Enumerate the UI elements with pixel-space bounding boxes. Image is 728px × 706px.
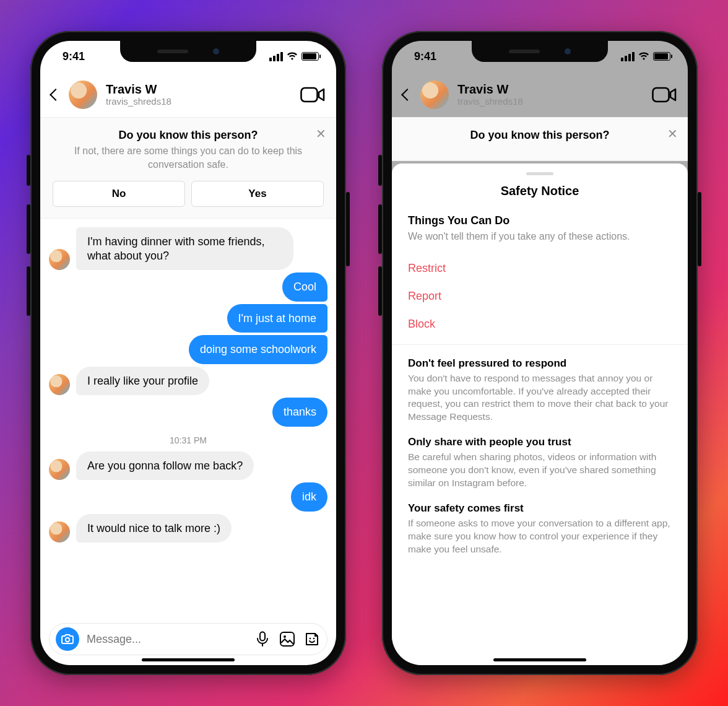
close-icon[interactable]: ✕ (316, 126, 326, 141)
message-row: I'm having dinner with some friends, wha… (49, 227, 327, 270)
status-time: 9:41 (414, 50, 436, 63)
banner-subtitle: If not, there are some things you can do… (53, 144, 324, 171)
wifi-icon (287, 52, 298, 61)
chat-area[interactable]: I'm having dinner with some friends, wha… (40, 219, 336, 549)
name-block[interactable]: Travis W travis_shreds18 (106, 82, 292, 107)
svg-rect-2 (260, 632, 265, 641)
sticker-icon[interactable] (303, 630, 321, 648)
close-icon[interactable]: ✕ (667, 126, 678, 141)
phone-right: 9:41 Travis W travis_shreds18 ✕ Do you k… (382, 31, 698, 675)
tip-heading: Don't feel pressured to respond (408, 357, 672, 370)
gallery-icon[interactable] (279, 630, 296, 648)
safety-tip: Your safety comes first If someone asks … (408, 502, 672, 556)
svg-point-6 (313, 638, 315, 640)
avatar[interactable] (49, 374, 70, 395)
section-heading: Things You Can Do (408, 214, 672, 227)
tip-body: If someone asks to move your conversatio… (408, 517, 672, 556)
svg-point-1 (66, 638, 69, 642)
divider (392, 344, 688, 345)
battery-icon (301, 52, 319, 61)
message-row: I'm just at home (49, 304, 327, 333)
message-row: Cool (49, 272, 327, 302)
message-bubble[interactable]: I really like your profile (76, 367, 209, 396)
contact-handle: travis_shreds18 (106, 96, 292, 107)
device-notch (472, 41, 608, 62)
video-call-icon[interactable] (300, 86, 325, 103)
home-indicator[interactable] (142, 658, 235, 661)
cellular-signal-icon (269, 52, 283, 61)
message-bubble[interactable]: idk (291, 482, 327, 512)
svg-rect-0 (301, 88, 318, 102)
yes-button[interactable]: Yes (191, 181, 324, 207)
section-subtitle: We won't tell them if you take any of th… (408, 230, 672, 243)
device-notch (120, 41, 256, 62)
message-row: doing some schoolwork (49, 335, 327, 364)
message-bubble[interactable]: thanks (272, 398, 327, 427)
message-row: idk (49, 482, 327, 512)
contact-handle: travis_shreds18 (457, 96, 643, 107)
message-bubble[interactable]: I'm just at home (227, 304, 327, 333)
sheet-grabber[interactable] (526, 172, 553, 175)
video-call-icon[interactable] (652, 86, 677, 103)
message-row: thanks (49, 398, 327, 427)
avatar[interactable] (49, 521, 70, 543)
wifi-icon (638, 52, 649, 61)
tip-body: You don't have to respond to messages th… (408, 372, 672, 424)
message-bubble[interactable]: Cool (282, 272, 327, 302)
avatar[interactable] (49, 249, 70, 270)
message-bubble[interactable]: It would nice to talk more :) (76, 514, 232, 543)
tip-body: Be careful when sharing photos, videos o… (408, 451, 672, 490)
safety-tip: Don't feel pressured to respond You don'… (408, 357, 672, 424)
message-row: Are you gonna follow me back? (49, 451, 327, 481)
cellular-signal-icon (621, 52, 635, 61)
mic-icon[interactable] (254, 630, 271, 648)
avatar[interactable] (69, 81, 97, 109)
contact-name: Travis W (106, 82, 292, 96)
message-input[interactable] (87, 633, 246, 646)
safety-notice-sheet: Safety Notice Things You Can Do We won't… (392, 163, 688, 665)
message-bubble[interactable]: doing some schoolwork (189, 335, 327, 364)
phone-left: 9:41 Travis W travis_shreds18 ✕ Do you k… (30, 31, 346, 675)
tip-heading: Only share with people you trust (408, 436, 672, 448)
no-button[interactable]: No (53, 181, 185, 207)
svg-rect-3 (280, 632, 294, 646)
tip-heading: Your safety comes first (408, 502, 672, 515)
message-composer[interactable] (49, 623, 327, 655)
battery-icon (653, 52, 670, 61)
banner-title: Do you know this person? (404, 129, 675, 142)
name-block[interactable]: Travis W travis_shreds18 (457, 82, 643, 107)
message-row: It would nice to talk more :) (49, 514, 327, 543)
svg-point-5 (310, 638, 311, 640)
avatar[interactable] (49, 459, 70, 480)
svg-point-4 (284, 635, 286, 638)
chat-header: Travis W travis_shreds18 (40, 72, 336, 118)
restrict-action[interactable]: Restrict (408, 255, 672, 282)
message-row: I really like your profile (49, 367, 327, 396)
back-icon[interactable] (50, 89, 62, 101)
message-bubble[interactable]: I'm having dinner with some friends, wha… (76, 227, 293, 270)
camera-button[interactable] (56, 627, 79, 651)
svg-rect-7 (653, 88, 669, 102)
report-action[interactable]: Report (408, 282, 672, 310)
avatar[interactable] (420, 81, 449, 109)
block-action[interactable]: Block (408, 310, 672, 338)
back-icon[interactable] (401, 89, 414, 101)
safety-tip: Only share with people you trust Be care… (408, 436, 672, 490)
banner-title: Do you know this person? (53, 129, 324, 142)
home-indicator[interactable] (493, 658, 586, 661)
status-time: 9:41 (63, 50, 85, 63)
sheet-title: Safety Notice (408, 184, 672, 198)
contact-name: Travis W (457, 82, 643, 96)
timestamp: 10:31 PM (49, 435, 327, 445)
message-bubble[interactable]: Are you gonna follow me back? (76, 451, 254, 481)
safety-banner: ✕ Do you know this person? (392, 118, 688, 161)
safety-banner: ✕ Do you know this person? If not, there… (40, 118, 336, 219)
chat-header: Travis W travis_shreds18 (392, 72, 688, 118)
